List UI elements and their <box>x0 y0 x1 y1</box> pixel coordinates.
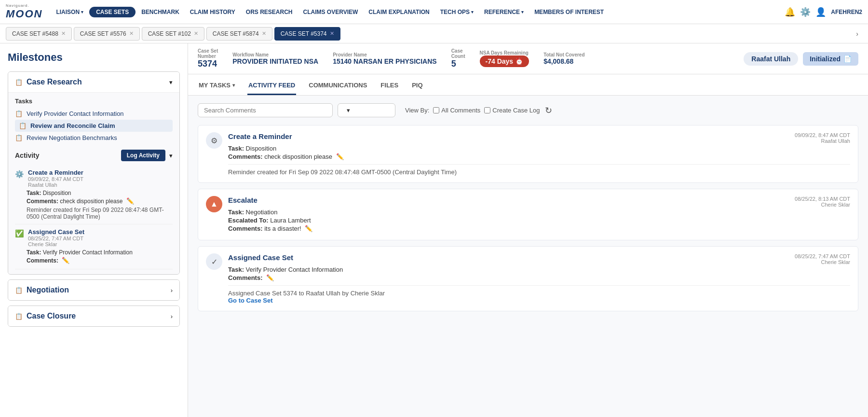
search-input[interactable] <box>204 107 326 114</box>
tab-case-set--5374[interactable]: CASE SET #5374 ✕ <box>274 27 340 41</box>
settings-icon[interactable]: ⚙️ <box>800 7 811 17</box>
feed-escalate-task: Task: Negotiation <box>228 208 850 216</box>
status-button[interactable]: Initialized 📄 <box>803 52 858 66</box>
info-workflow-label: Workflow Name <box>232 52 318 57</box>
feed-escalate-body: Escalate 08/25/22, 8:13 AM CDTCherie Skl… <box>228 196 850 233</box>
nav-items: LIAISON▾CASE SETSBENCHMARKCLAIM HISTORYO… <box>51 7 785 17</box>
case-closure-chevron: › <box>171 313 173 320</box>
nav-item-claims-overview[interactable]: CLAIMS OVERVIEW <box>298 7 363 17</box>
nav-right: 🔔 ⚙️ 👤 AFEHREN2 <box>785 7 862 17</box>
nav-item-liaison[interactable]: LIAISON▾ <box>51 7 88 17</box>
edit-reminder-icon[interactable]: ✏️ <box>336 153 344 160</box>
feed-escalate-title: Escalate <box>228 196 258 204</box>
milestone-case-research-header[interactable]: 📋 Case Research ▾ <box>8 72 179 92</box>
escalate-icon: ▲ <box>210 200 218 208</box>
nsa-badge: -74 Days ⏰ <box>480 56 529 67</box>
tab-case-set--5874[interactable]: CASE SET #5874 ✕ <box>206 27 272 41</box>
bell-icon[interactable]: 🔔 <box>785 7 795 17</box>
feed-reminder-note: Reminder created for Fri Sep 09 2022 08:… <box>228 164 850 176</box>
nav-item-claim-explanation[interactable]: CLAIM EXPLANATION <box>364 7 434 17</box>
close-tab-icon[interactable]: ✕ <box>61 30 66 37</box>
person-button[interactable]: Raafat Ullah <box>744 52 798 66</box>
tab-case-set--5488[interactable]: CASE SET #5488 ✕ <box>6 27 72 41</box>
top-nav: Naviguard. MOON LIAISON▾CASE SETSBENCHMA… <box>0 0 868 24</box>
feed-icon-escalate: ▲ <box>206 196 222 212</box>
all-comments-label[interactable]: All Comments <box>433 107 480 114</box>
milestone-case-closure-header[interactable]: 📋 Case Closure › <box>8 306 179 326</box>
nav-item-reference[interactable]: REFERENCE▾ <box>479 7 529 17</box>
nav-item-case-sets[interactable]: CASE SETS <box>89 7 136 17</box>
content-tabs: MY TASKS▾ACTIVITY FEEDCOMMUNICATIONSFILE… <box>188 74 868 96</box>
logo-small: Naviguard. <box>6 3 42 8</box>
close-tab-icon[interactable]: ✕ <box>129 30 134 37</box>
content-tab-communications[interactable]: COMMUNICATIONS <box>308 77 368 95</box>
feed-item-reminder: ⚙ Create a Reminder 09/09/22, 8:47 AM CD… <box>198 125 858 183</box>
info-bar-right: Raafat Ullah Initialized 📄 <box>744 52 858 66</box>
activity-assigned-comments: Comments: ✏️ <box>15 257 173 264</box>
case-closure-title: Case Closure <box>27 312 76 320</box>
task-icon-2: 📋 <box>19 122 27 129</box>
edit-assigned-comments-icon[interactable]: ✏️ <box>62 257 69 264</box>
task-icon-1: 📋 <box>15 110 23 117</box>
edit-escalate-icon[interactable]: ✏️ <box>305 225 312 232</box>
task-review-reconcile[interactable]: 📋 Review and Reconcile Claim <box>15 120 173 132</box>
info-workflow-value: PROVIDER INITIATED NSA <box>232 57 318 65</box>
feed-assigned-header: Assigned Case Set 08/25/22, 7:47 AM CDTC… <box>228 253 850 265</box>
case-research-chevron: ▾ <box>169 79 173 86</box>
nav-item-claim-history[interactable]: CLAIM HISTORY <box>185 7 240 17</box>
feed-reminder-meta: 09/09/22, 8:47 AM CDTRaafat Ullah <box>795 132 850 144</box>
feed-escalate-escalated-to: Escalated To: Laura Lambert <box>228 217 850 224</box>
activity-reminder-name: Create a Reminder <box>28 169 173 176</box>
negotiation-icon: 📋 <box>15 287 23 294</box>
chevron-icon: ▾ <box>521 10 524 14</box>
task-verify-provider[interactable]: 📋 Verify Provider Contact Information <box>15 108 173 120</box>
tasks-label: Tasks <box>15 97 173 105</box>
nav-item-members-of-interest[interactable]: MEMBERS OF INTEREST <box>529 7 609 17</box>
close-tab-icon[interactable]: ✕ <box>262 30 266 37</box>
close-tab-icon[interactable]: ✕ <box>194 30 198 37</box>
content-tab-activity-feed[interactable]: ACTIVITY FEED <box>247 77 296 95</box>
info-case-set-number-label: Case SetNumber <box>198 48 218 59</box>
go-to-case-set-link[interactable]: Go to Case Set <box>228 297 272 304</box>
activity-item-reminder: ⚙️ Create a Reminder 09/09/22, 8:47 AM C… <box>15 165 173 224</box>
reminder-icon: ⚙ <box>211 136 217 145</box>
status-label: Initialized <box>810 55 841 63</box>
refresh-button[interactable]: ↻ <box>545 105 552 116</box>
content-tab-files[interactable]: FILES <box>380 77 399 95</box>
edit-reminder-comments-icon[interactable]: ✏️ <box>126 197 134 205</box>
activity-assigned-name: Assigned Case Set <box>28 228 173 236</box>
tabs-row: CASE SET #5488 ✕CASE SET #5576 ✕CASE SET… <box>0 24 868 43</box>
info-bar: Case SetNumber 5374 Workflow Name PROVID… <box>188 43 868 74</box>
feed-reminder-task: Task: Disposition <box>228 145 850 152</box>
milestone-negotiation-header[interactable]: 📋 Negotiation › <box>8 280 179 300</box>
feed-area: ▾ View By: All Comments Create Case Log … <box>188 96 868 417</box>
milestone-case-research: 📋 Case Research ▾ Tasks 📋 Verify Provide… <box>8 71 180 275</box>
tabs-left-arrow[interactable]: › <box>852 28 862 40</box>
nav-user[interactable]: AFEHREN2 <box>831 9 862 15</box>
info-total-label: Total Not Covered <box>543 52 584 57</box>
tab-case-set--102[interactable]: CASE SET #102 ✕ <box>142 27 204 41</box>
info-provider-value: 15140 NARSAN ER PHYSICIANS <box>333 57 437 65</box>
info-nsa-label: NSA Days Remaining <box>480 50 529 56</box>
nav-item-ors-research[interactable]: ORS RESEARCH <box>241 7 298 17</box>
close-tab-icon[interactable]: ✕ <box>330 30 334 37</box>
milestone-case-closure: 📋 Case Closure › <box>8 306 180 327</box>
create-case-log-checkbox[interactable] <box>484 107 490 113</box>
task-review-negotiation[interactable]: 📋 Review Negotiation Benchmarks <box>15 132 173 144</box>
edit-assigned-icon[interactable]: ✏️ <box>266 274 274 281</box>
info-workflow-name: Workflow Name PROVIDER INITIATED NSA <box>232 52 318 65</box>
info-nsa-days: NSA Days Remaining -74 Days ⏰ <box>480 50 529 67</box>
activity-header: Activity Log Activity ▾ <box>15 150 173 161</box>
filter-dropdown[interactable]: ▾ <box>338 103 395 117</box>
nav-item-tech-ops[interactable]: TECH OPS▾ <box>435 7 478 17</box>
content-tab-my-tasks[interactable]: MY TASKS▾ <box>198 77 236 95</box>
user-icon[interactable]: 👤 <box>815 7 826 17</box>
log-activity-button[interactable]: Log Activity <box>121 150 165 161</box>
feed-escalate-header: Escalate 08/25/22, 8:13 AM CDTCherie Skl… <box>228 196 850 208</box>
tab-case-set--5576[interactable]: CASE SET #5576 ✕ <box>74 27 140 41</box>
nav-item-benchmark[interactable]: BENCHMARK <box>136 7 184 17</box>
create-case-log-label[interactable]: Create Case Log <box>484 107 540 114</box>
content-tab-piq[interactable]: PIQ <box>411 77 423 95</box>
all-comments-checkbox[interactable] <box>433 107 439 113</box>
feed-assigned-title: Assigned Case Set <box>228 253 293 262</box>
